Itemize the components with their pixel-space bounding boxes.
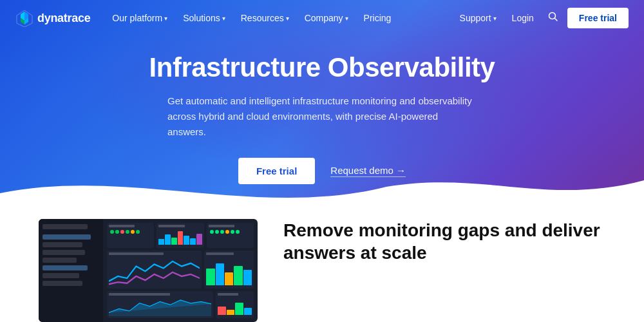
chevron-down-icon: ▾: [164, 15, 167, 22]
nav-support[interactable]: Support ▾: [455, 9, 502, 27]
logo-text: dynatrace: [37, 12, 90, 25]
header-free-trial-button[interactable]: Free trial: [567, 8, 629, 28]
chevron-down-icon: ▾: [222, 15, 225, 22]
hero-free-trial-button[interactable]: Free trial: [238, 158, 315, 184]
nav-resources[interactable]: Resources ▾: [234, 9, 296, 27]
dashboard-card: [107, 223, 154, 248]
nav-solutions[interactable]: Solutions ▾: [176, 9, 232, 27]
chevron-down-icon: ▾: [493, 15, 497, 22]
chevron-down-icon: ▾: [345, 15, 348, 22]
dashboard-card: [207, 223, 254, 248]
main-header: dynatrace Our platform ▾ Solutions ▾ Res…: [0, 0, 644, 36]
hero-request-demo-link[interactable]: Request demo →: [330, 165, 406, 177]
dashboard-chart-card: [107, 251, 202, 288]
chevron-down-icon: ▾: [286, 15, 289, 22]
svg-marker-3: [109, 299, 211, 316]
dashboard-chart-card: [204, 251, 254, 288]
dashboard-main: [103, 219, 258, 322]
svg-line-2: [554, 19, 557, 21]
nav-our-platform[interactable]: Our platform ▾: [106, 9, 174, 27]
hero-actions: Free trial Request demo →: [238, 158, 406, 184]
main-nav: Our platform ▾ Solutions ▾ Resources ▾ C…: [106, 9, 454, 27]
dashboard-bottom-card: [216, 291, 254, 319]
hero-subtitle: Get automatic and intelligent infrastruc…: [167, 93, 477, 140]
dashboard-card: [156, 223, 204, 248]
lower-section: Remove monitoring gaps and deliver answe…: [0, 200, 644, 322]
search-icon[interactable]: [544, 8, 562, 28]
lower-text-section: Remove monitoring gaps and deliver answe…: [283, 213, 605, 264]
nav-company[interactable]: Company ▾: [298, 9, 355, 27]
dashboard-screenshot: [39, 219, 258, 322]
nav-login[interactable]: Login: [507, 9, 539, 27]
logo-icon: [15, 9, 33, 27]
section-title: Remove monitoring gaps and deliver answe…: [283, 219, 605, 264]
dashboard-sidebar: [39, 219, 103, 322]
hero-content: Infrastructure Observability Get automat…: [0, 36, 644, 200]
nav-pricing[interactable]: Pricing: [357, 9, 398, 27]
hero-title: Infrastructure Observability: [149, 52, 495, 83]
dashboard-bottom-card: [107, 291, 213, 319]
header-right-nav: Support ▾ Login Free trial: [455, 8, 629, 28]
logo[interactable]: dynatrace: [15, 9, 90, 27]
